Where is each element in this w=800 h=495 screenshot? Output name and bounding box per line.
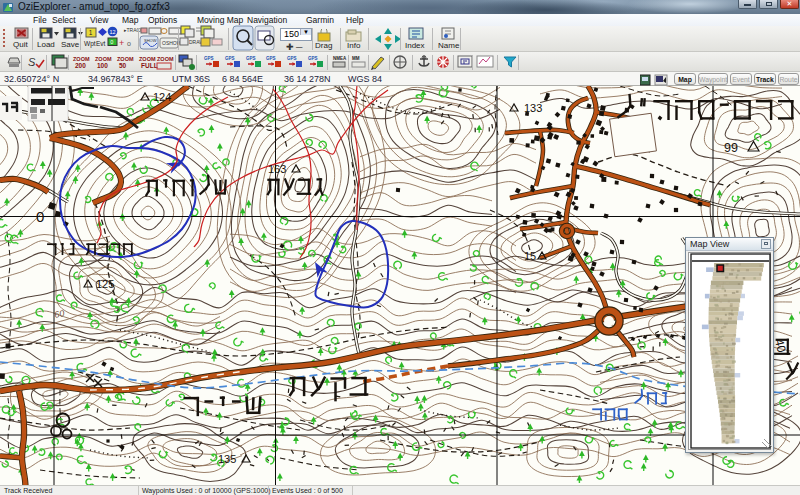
svg-text:GPS: GPS — [246, 56, 256, 61]
svg-text:60: 60 — [53, 308, 65, 320]
svg-text:0: 0 — [36, 208, 44, 225]
svg-text:50: 50 — [119, 62, 127, 69]
svg-text:163: 163 — [268, 163, 286, 175]
svg-text:125: 125 — [96, 278, 114, 290]
svg-text:GPS: GPS — [225, 56, 235, 61]
svg-text:ZOOM: ZOOM — [157, 56, 174, 62]
svg-text:15: 15 — [524, 250, 536, 262]
svg-text:GPS: GPS — [266, 56, 276, 61]
svg-text:135: 135 — [218, 453, 236, 465]
svg-text:99: 99 — [724, 141, 738, 155]
svg-text:124: 124 — [153, 91, 171, 103]
svg-text:NMEA: NMEA — [333, 56, 347, 61]
svg-text:100: 100 — [97, 62, 108, 69]
svg-text:S: S — [28, 56, 36, 68]
svg-text:133: 133 — [524, 102, 542, 114]
svg-text:FULL: FULL — [141, 62, 158, 69]
svg-text:GPS: GPS — [287, 56, 297, 61]
svg-text:MM: MM — [352, 56, 360, 61]
svg-text:200: 200 — [75, 62, 86, 69]
svg-text:GPS: GPS — [204, 56, 214, 61]
svg-text:GPS: GPS — [308, 56, 318, 61]
